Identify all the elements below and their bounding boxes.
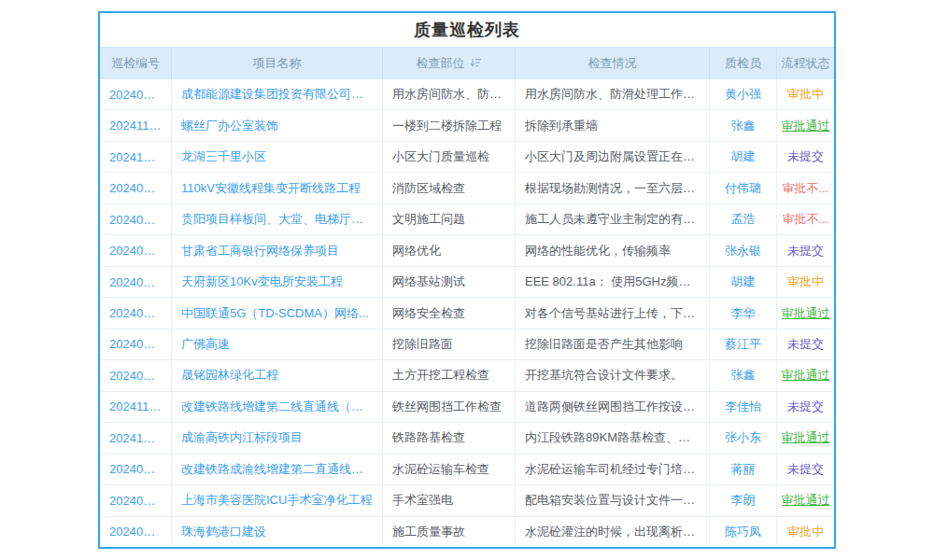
cell-inspector-text[interactable]: 张小东 bbox=[725, 429, 761, 446]
cell-project-text[interactable]: 广佛高速 bbox=[181, 336, 230, 353]
cell-project-text[interactable]: 贵阳项目样板间、大堂、电梯厅装... bbox=[181, 211, 373, 228]
status-badge[interactable]: 未提交 bbox=[787, 461, 824, 478]
sort-descending-icon[interactable] bbox=[470, 57, 482, 71]
cell-id-text[interactable]: 2024090016 bbox=[109, 88, 162, 102]
cell-project[interactable]: 广佛高速 bbox=[172, 329, 383, 359]
cell-id[interactable]: 2024010006 bbox=[100, 204, 172, 234]
cell-project-text[interactable]: 甘肃省工商银行网络保养项目 bbox=[181, 243, 339, 259]
column-header-part[interactable]: 检查部位 bbox=[383, 48, 516, 79]
cell-project[interactable]: 贵阳项目样板间、大堂、电梯厅装... bbox=[172, 204, 383, 234]
cell-project[interactable]: 珠海鹤港口建设 bbox=[172, 517, 383, 547]
cell-id[interactable]: 2024070006 bbox=[100, 360, 172, 390]
cell-id[interactable]: 2024090004 bbox=[100, 267, 172, 297]
cell-project-text[interactable]: 中国联通5G（TD-SCDMA）网络... bbox=[181, 305, 369, 322]
cell-inspector[interactable]: 张永银 bbox=[710, 235, 777, 265]
cell-inspector-text[interactable]: 陈巧凤 bbox=[725, 524, 761, 540]
cell-status[interactable]: 审批中 bbox=[777, 517, 834, 547]
status-badge[interactable]: 审批不... bbox=[783, 180, 829, 197]
cell-inspector-text[interactable]: 黄小强 bbox=[725, 86, 761, 103]
status-badge[interactable]: 未提交 bbox=[787, 399, 824, 415]
cell-project[interactable]: 成渝高铁内江标段项目 bbox=[172, 423, 383, 453]
status-badge[interactable]: 审批中 bbox=[787, 524, 824, 540]
cell-id-text[interactable]: 2024060006 bbox=[109, 462, 162, 476]
cell-id[interactable]: 2024010010 bbox=[100, 173, 172, 203]
cell-id[interactable]: 2024060006 bbox=[100, 455, 172, 484]
cell-id-text[interactable]: 2024120001 bbox=[109, 431, 162, 445]
cell-id[interactable]: 2024120004 bbox=[100, 142, 172, 172]
status-badge[interactable]: 未提交 bbox=[787, 336, 824, 353]
cell-inspector-text[interactable]: 蔡江平 bbox=[725, 336, 761, 353]
cell-id[interactable]: 2024040003 bbox=[100, 235, 172, 265]
cell-inspector-text[interactable]: 李华 bbox=[731, 305, 756, 322]
status-badge[interactable]: 审批中 bbox=[787, 86, 824, 103]
cell-project-text[interactable]: 上海市美容医院ICU手术室净化工程 bbox=[181, 492, 372, 509]
cell-project-text[interactable]: 110kV安徽线程集变开断线路工程 bbox=[181, 180, 361, 197]
cell-project[interactable]: 改建铁路线增建第二线直通线（成... bbox=[172, 392, 383, 422]
cell-inspector[interactable]: 李华 bbox=[710, 298, 777, 328]
status-badge[interactable]: 未提交 bbox=[787, 148, 824, 165]
cell-id[interactable]: 2024070001 bbox=[100, 517, 172, 547]
cell-inspector[interactable]: 胡建 bbox=[710, 142, 777, 172]
status-badge[interactable]: 审批通过 bbox=[782, 429, 830, 446]
cell-inspector[interactable]: 李朗 bbox=[710, 485, 777, 515]
cell-id[interactable]: 2024090016 bbox=[100, 79, 172, 109]
cell-inspector[interactable]: 张小东 bbox=[710, 423, 777, 453]
cell-id-text[interactable]: 2024060002 bbox=[109, 337, 162, 351]
cell-inspector[interactable]: 胡建 bbox=[710, 267, 777, 297]
cell-id[interactable]: 2024090013 bbox=[100, 298, 172, 328]
cell-id-text[interactable]: 2024010010 bbox=[109, 181, 162, 195]
cell-status[interactable]: 审批通过 bbox=[777, 485, 834, 515]
cell-project[interactable]: 改建铁路成渝线增建第二直通线（... bbox=[172, 455, 383, 484]
cell-inspector-text[interactable]: 蒋丽 bbox=[731, 461, 756, 478]
cell-project-text[interactable]: 螺丝厂办公室装饰 bbox=[181, 118, 278, 134]
cell-id[interactable]: 2024110002 bbox=[100, 392, 172, 422]
cell-id[interactable]: 2024120001 bbox=[100, 423, 172, 453]
cell-inspector[interactable]: 付伟璐 bbox=[710, 173, 777, 203]
cell-inspector[interactable]: 张鑫 bbox=[710, 110, 777, 140]
cell-status[interactable]: 审批通过 bbox=[777, 298, 834, 328]
cell-inspector[interactable]: 蔡江平 bbox=[710, 329, 777, 359]
cell-inspector[interactable]: 蒋丽 bbox=[710, 455, 777, 484]
cell-status[interactable]: 未提交 bbox=[777, 392, 834, 422]
cell-project[interactable]: 上海市美容医院ICU手术室净化工程 bbox=[172, 485, 383, 515]
status-badge[interactable]: 审批不... bbox=[783, 211, 829, 228]
cell-id-text[interactable]: 2024120004 bbox=[109, 150, 162, 164]
cell-inspector[interactable]: 黄小强 bbox=[710, 79, 777, 109]
cell-status[interactable]: 审批中 bbox=[777, 267, 834, 297]
cell-id[interactable]: 2024060002 bbox=[100, 329, 172, 359]
status-badge[interactable]: 未提交 bbox=[787, 243, 824, 259]
status-badge[interactable]: 审批通过 bbox=[782, 118, 830, 134]
cell-project-text[interactable]: 成都能源建设集团投资有限公司临... bbox=[181, 86, 373, 103]
status-badge[interactable]: 审批通过 bbox=[782, 305, 830, 322]
cell-project[interactable]: 中国联通5G（TD-SCDMA）网络... bbox=[172, 298, 383, 328]
cell-status[interactable]: 审批通过 bbox=[777, 360, 834, 390]
cell-project-text[interactable]: 改建铁路成渝线增建第二直通线（... bbox=[181, 461, 373, 478]
cell-project[interactable]: 晟铭园林绿化工程 bbox=[172, 360, 383, 390]
cell-id[interactable]: 2024110002 bbox=[100, 110, 172, 140]
cell-status[interactable]: 未提交 bbox=[777, 455, 834, 484]
cell-id-text[interactable]: 2024090004 bbox=[109, 275, 162, 289]
cell-inspector-text[interactable]: 付伟璐 bbox=[725, 180, 761, 197]
cell-status[interactable]: 审批通过 bbox=[777, 423, 834, 453]
cell-inspector-text[interactable]: 李佳怡 bbox=[725, 399, 761, 415]
cell-status[interactable]: 未提交 bbox=[777, 142, 834, 172]
status-badge[interactable]: 审批中 bbox=[787, 273, 824, 290]
cell-id[interactable]: 2024090020 bbox=[100, 485, 172, 515]
cell-project[interactable]: 天府新区10Kv变电所安装工程 bbox=[172, 267, 383, 297]
cell-status[interactable]: 未提交 bbox=[777, 329, 834, 359]
cell-status[interactable]: 未提交 bbox=[777, 235, 834, 265]
cell-inspector-text[interactable]: 胡建 bbox=[731, 148, 756, 165]
cell-status[interactable]: 审批不... bbox=[777, 173, 834, 203]
cell-status[interactable]: 审批通过 bbox=[777, 110, 834, 140]
cell-project-text[interactable]: 成渝高铁内江标段项目 bbox=[181, 429, 303, 446]
cell-inspector[interactable]: 孟浩 bbox=[710, 204, 777, 234]
cell-id-text[interactable]: 2024110002 bbox=[109, 399, 162, 413]
cell-inspector[interactable]: 陈巧凤 bbox=[710, 517, 777, 547]
cell-inspector[interactable]: 李佳怡 bbox=[710, 392, 777, 422]
cell-project[interactable]: 龙湖三千里小区 bbox=[172, 142, 383, 172]
cell-project[interactable]: 甘肃省工商银行网络保养项目 bbox=[172, 235, 383, 265]
cell-project-text[interactable]: 晟铭园林绿化工程 bbox=[181, 367, 278, 384]
cell-inspector-text[interactable]: 胡建 bbox=[731, 273, 756, 290]
cell-project-text[interactable]: 龙湖三千里小区 bbox=[181, 148, 266, 165]
cell-inspector-text[interactable]: 孟浩 bbox=[731, 211, 756, 228]
